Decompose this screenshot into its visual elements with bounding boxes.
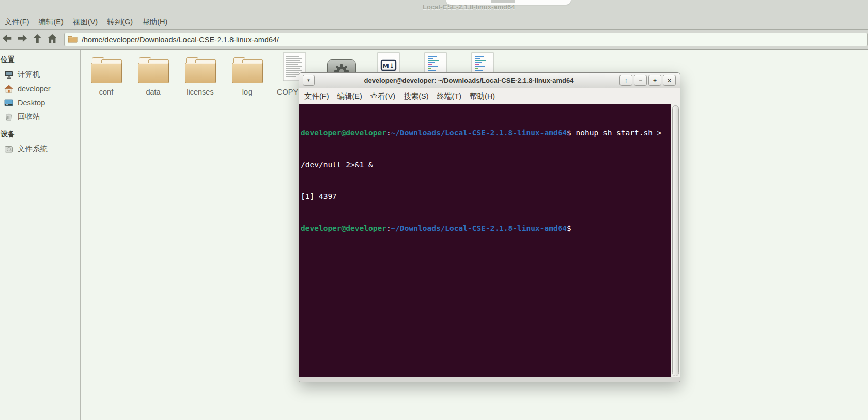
svg-text:M↓: M↓ [382,62,395,70]
item-label: conf [99,88,113,96]
terminal-bottom-frame [299,377,680,382]
prompt-user: developer@developer [301,224,386,232]
sidebar-item-computer[interactable]: 计算机 [0,68,80,82]
sidebar-item-label: Desktop [18,99,45,107]
folder-icon [91,57,122,83]
background-window-title: Local-CSE-2.1.8-linux-amd64 [423,3,515,11]
rollup-button[interactable]: ↑ [619,75,632,86]
terminal-menu-view[interactable]: 查看(V) [366,89,399,103]
prompt-path: ~/Downloads/Local-CSE-2.1.8-linux-amd64 [391,129,567,137]
folder-icon [232,57,263,83]
sidebar-item-label: 文件系统 [18,144,48,154]
fm-menu-edit[interactable]: 编辑(E) [34,15,68,29]
folder-icon [138,57,169,83]
terminal-menu-help[interactable]: 帮助(H) [466,89,499,103]
fm-menu-go[interactable]: 转到(G) [102,15,137,29]
devices-header: 设备 [0,127,80,142]
home-icon [47,33,58,46]
item-label: licenses [187,88,213,96]
sidebar-item-label: 计算机 [18,70,40,80]
terminal-line: /dev/null 2>&1 & [301,160,671,170]
fm-menu-file[interactable]: 文件(F) [0,15,34,29]
maximize-button[interactable]: + [648,75,661,86]
folder-item-licenses[interactable]: licenses [177,56,224,96]
terminal-line: developer@developer:~/Downloads/Local-CS… [301,128,671,138]
forward-button[interactable] [16,33,28,47]
file-manager-sidebar: 位置 计算机 developer Desktop 回收站 设备 文件系统 [0,50,81,420]
minimize-button[interactable]: − [634,75,647,86]
terminal-menu-search[interactable]: 搜索(S) [399,89,432,103]
folder-item-data[interactable]: data [130,56,177,96]
scrollbar-thumb[interactable] [672,105,679,376]
sidebar-item-developer-home[interactable]: developer [0,82,80,96]
sidebar-item-filesystem[interactable]: 文件系统 [0,142,80,156]
fm-menu-view[interactable]: 视图(V) [68,15,102,29]
folder-item-conf[interactable]: conf [83,56,130,96]
terminal-window-buttons: ↑ − + × [619,75,676,86]
background-window-titlebar[interactable]: Local-CSE-2.1.8-linux-amd64 [0,0,868,14]
terminal-line: developer@developer:~/Downloads/Local-CS… [301,223,671,234]
terminal-title: developer@developer: ~/Downloads/Local-C… [320,73,618,88]
folder-icon [185,57,216,83]
item-label: data [146,88,160,96]
chevron-down-icon: ▼ [307,78,311,83]
command-text: $ nohup sh start.sh > [567,129,661,137]
forward-arrow-icon [17,33,28,46]
up-button[interactable] [31,33,43,47]
rollup-icon: ↑ [625,77,628,84]
prompt-path: ~/Downloads/Local-CSE-2.1.8-linux-amd64 [391,224,567,232]
terminal-titlebar[interactable]: ▼ developer@developer: ~/Downloads/Local… [299,73,680,88]
fm-menu-help[interactable]: 帮助(H) [137,15,172,29]
location-path-text: /home/developer/Downloads/Local-CSE-2.1.… [82,36,279,44]
folder-icon [68,35,78,45]
up-arrow-icon [32,33,43,46]
close-button[interactable]: × [663,75,676,86]
folder-item-log[interactable]: log [224,56,271,96]
terminal-window: ▼ developer@developer: ~/Downloads/Local… [299,72,680,382]
terminal-screen[interactable]: developer@developer:~/Downloads/Local-CS… [299,104,671,377]
back-arrow-icon [2,33,13,46]
prompt-user: developer@developer [301,129,386,137]
sidebar-item-label: developer [18,85,51,93]
sidebar-item-desktop[interactable]: Desktop [0,96,80,110]
location-bar[interactable]: /home/developer/Downloads/Local-CSE-2.1.… [64,33,868,46]
sidebar-item-label: 回收站 [18,112,40,121]
computer-monitor-icon [4,70,13,79]
home-button[interactable] [46,33,58,47]
back-button[interactable] [1,33,13,47]
terminal-menu-file[interactable]: 文件(F) [300,89,333,103]
item-label: log [242,88,252,96]
trash-can-icon [4,112,13,121]
terminal-menu-terminal[interactable]: 终端(T) [433,89,466,103]
minimize-icon: − [639,77,642,84]
terminal-menubar: 文件(F) 编辑(E) 查看(V) 搜索(S) 终端(T) 帮助(H) [299,88,680,104]
terminal-scrollbar[interactable] [671,104,680,377]
desktop-screen-icon [4,98,13,107]
hard-disk-icon [4,145,13,153]
sidebar-item-trash[interactable]: 回收站 [0,110,80,123]
terminal-line: [1] 4397 [301,191,671,202]
terminal-dropdown-button[interactable]: ▼ [303,75,315,86]
close-icon: × [668,77,671,84]
maximize-icon: + [653,77,657,84]
file-manager-menubar: 文件(F) 编辑(E) 视图(V) 转到(G) 帮助(H) [0,14,868,29]
home-folder-icon [4,84,13,93]
file-manager-toolbar: /home/developer/Downloads/Local-CSE-2.1.… [0,29,868,50]
terminal-menu-edit[interactable]: 编辑(E) [333,89,366,103]
places-header: 位置 [0,53,80,68]
